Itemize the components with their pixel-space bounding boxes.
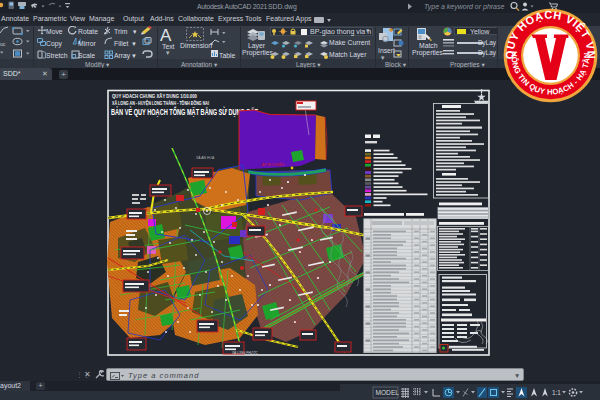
svg-text:XÃ AN HOÀ: XÃ AN HOÀ bbox=[196, 155, 215, 160]
svg-text:uc: uc bbox=[0, 41, 6, 47]
svg-text:MODEL: MODEL bbox=[376, 389, 400, 396]
svg-text:QUY HOACH CHUNG XÂY DUNG 1/10.: QUY HOACH CHUNG XÂY DUNG 1/10.000 bbox=[112, 93, 197, 99]
svg-text:1:1: 1:1 bbox=[552, 389, 561, 396]
svg-text:XÃ LONG AN - HUYỆN LONG THÀNH: XÃ LONG AN - HUYỆN LONG THÀNH - TỒNH ĐỒN… bbox=[112, 99, 209, 106]
svg-text:ẤP BƯU ĐIỆN: ẤP BƯU ĐIỆN bbox=[262, 162, 285, 167]
svg-text:XÃ LONG PHƯỚC: XÃ LONG PHƯỚC bbox=[232, 350, 258, 355]
svg-text:BẢN VẺ QUY HOẠCH TỔNG MẶT BẰNG: BẢN VẺ QUY HOẠCH TỔNG MẶT BẰNG SỪ DỤNG Đ… bbox=[111, 106, 258, 117]
